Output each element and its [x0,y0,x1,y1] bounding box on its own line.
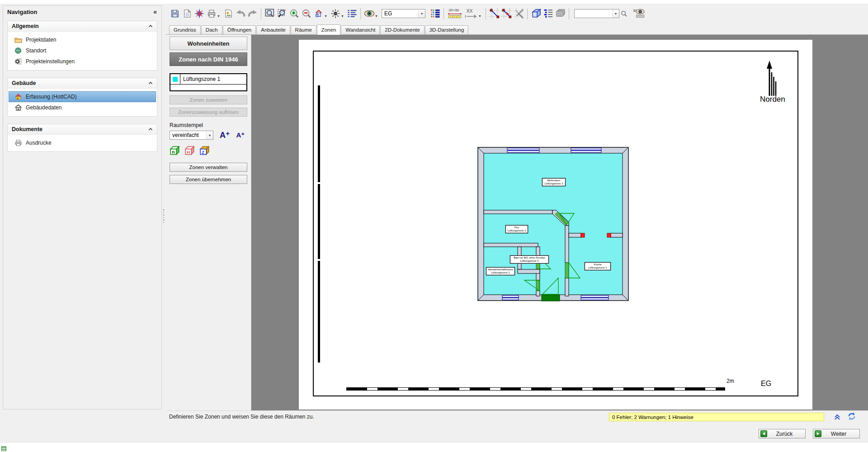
navigation-header: Navigation « [3,6,161,18]
north-label: Norden [760,95,785,104]
search-button[interactable] [619,8,628,20]
visibility-button[interactable] [363,8,375,20]
zonen-verwalten-button[interactable]: Zonen verwalten [170,163,247,172]
room-stamp-cube-button[interactable]: R [170,146,180,155]
tab-dach[interactable]: Dach [201,25,222,34]
print-button[interactable] [205,8,217,20]
dimension-2d3d-label: 2D+3D [448,8,459,12]
zone-list-empty-row[interactable] [170,85,246,90]
zone-list-item[interactable]: Lüftungszone 1 [170,74,246,85]
tab-grundriss[interactable]: Grundriss [169,25,201,34]
next-button-label: Weiter [821,431,859,437]
star-burst-button[interactable] [193,8,205,20]
font-larger-button[interactable]: A⁺ [220,130,230,140]
panel-splitter-handle[interactable] [162,209,165,226]
print-dropdown-icon[interactable]: ▼ [217,14,222,18]
sidebar-item-ausdrucke[interactable]: Ausdrucke [9,137,156,148]
nav-group-allgemein-header[interactable]: Allgemein [8,21,157,32]
tab-anbauteile[interactable]: Anbauteile [256,25,290,34]
zonen-zuweisen-button[interactable]: Zonen zuweisen [170,95,247,104]
sidebar-item-erfassung-hottcad[interactable]: Erfassung (HottCAD) [9,91,156,102]
height-stamp-cube-button[interactable]: H [184,146,195,155]
save-button[interactable] [169,8,181,20]
nav-group-gebaeude-header[interactable]: Gebäude [8,78,157,89]
brightness-dropdown-icon[interactable]: ▼ [341,14,345,18]
snap-line-button[interactable] [488,8,500,20]
snap-off-icon [514,8,524,19]
expand-messages-icon[interactable] [833,413,841,420]
zonenzuweisung-aufloesen-button[interactable]: Zonenzuweisung auflösen [170,108,247,117]
snap-off-button[interactable] [513,8,525,20]
zoom-out-button[interactable] [300,8,312,20]
floor-plan[interactable] [477,146,630,301]
tab-raeume[interactable]: Räume [291,25,316,34]
coordinates-dropdown-icon[interactable]: ▼ [478,14,483,18]
coordinates-button[interactable]: XX [463,8,479,20]
message-summary-bar[interactable]: 0 Fehler; 2 Warnungen; 1 Hinweise [609,413,824,421]
zoom-in-icon [289,9,299,19]
report-page-icon [183,9,192,18]
tab-2d-dokumente[interactable]: 2D-Dokumente [380,25,424,34]
drawing-canvas[interactable]: Wohnraum Lüftungszone 1 Flur Lüftungszon… [251,35,868,414]
nav-group-dokumente-header[interactable]: Dokumente [8,124,157,135]
floor-select-value: EG [382,10,418,17]
room-zone: Lüftungszone 1 [586,266,609,269]
layers-stack-button[interactable] [554,8,566,20]
stereo-3d-button[interactable]: 3D [631,8,646,20]
cube-h-label: H [187,150,190,155]
sidebar-item-label: Projektdaten [26,37,56,43]
redo-button[interactable] [246,8,259,20]
snapshot-button[interactable] [222,8,234,20]
navigation-panel: Navigation « Allgemein Projektdaten Stan… [3,5,162,410]
font-smaller-button[interactable]: A⁺ [236,131,245,139]
visibility-dropdown-icon[interactable]: ▼ [375,14,379,18]
sidebar-item-gebaeudedaten[interactable]: Gebäudedaten [9,102,156,113]
floor-select[interactable]: EG ▼ [382,9,425,18]
hint-text: Definieren Sie Zonen und weisen Sie dies… [169,414,314,420]
tab-3d-darstellung[interactable]: 3D-Darstellung [425,25,469,34]
nav-group-title: Allgemein [12,23,39,29]
undo-icon [235,9,246,19]
search-input[interactable]: ▼ [574,9,619,18]
tab-wandansicht[interactable]: Wandansicht [341,25,380,34]
chevron-down-icon[interactable]: ▼ [418,9,425,18]
sidebar-item-projekteinstellungen[interactable]: Projekteinstellungen [9,56,156,67]
undo-button[interactable] [234,8,246,20]
chevron-down-icon[interactable]: ▼ [206,131,213,139]
sidebar-item-projektdaten[interactable]: Projektdaten [9,34,156,45]
zoom-in-button[interactable] [288,8,300,20]
chevron-down-icon[interactable]: ▼ [612,9,619,18]
zone-name: Lüftungszone 1 [180,76,220,82]
refresh-icon[interactable] [847,412,856,421]
coordinates-xx-icon: XX [464,8,478,19]
collapse-panel-icon[interactable]: « [153,8,157,15]
weiter-button[interactable]: Weiter [813,429,860,438]
zonen-din-button[interactable]: Zonen nach DIN 1946 [170,52,247,66]
sidebar-item-label: Ausdrucke [26,140,52,146]
levels-list-button[interactable] [542,8,554,20]
legend-colors-button[interactable] [429,8,441,20]
zone-stamp-cube-button[interactable]: Z [199,146,210,155]
chevron-up-icon [148,24,153,28]
home-view-button[interactable] [312,8,325,20]
display-options-button[interactable] [346,8,358,20]
raumstempel-select[interactable]: vereinfacht ▼ [170,131,213,140]
wohneinheiten-button[interactable]: Wohneinheiten [170,37,247,50]
tab-oeffnungen[interactable]: Öffnungen [223,25,256,34]
home-view-dropdown-icon[interactable]: ▼ [324,14,329,18]
zurueck-button[interactable]: Zurück [759,429,806,438]
zonen-uebernehmen-button[interactable]: Zonen übernehmen [170,175,247,184]
wall-end-marker [607,233,611,237]
sidebar-item-standort[interactable]: Standort [9,45,156,56]
cad-house-icon [14,93,22,100]
dimension-2d3d-button[interactable]: 2D+3D [446,8,463,20]
room-zone: Lüftungszone 1 [543,182,564,185]
view-3d-button[interactable] [530,8,542,20]
report-button[interactable] [181,8,193,20]
zoom-window-button[interactable] [264,8,276,20]
zoom-selection-button[interactable] [276,8,288,20]
room-stamp-wohnraum: Wohnraum Lüftungszone 1 [542,178,566,186]
tab-zonen[interactable]: Zonen [317,24,341,35]
snap-line-angle-button[interactable] [500,8,513,20]
brightness-button[interactable] [329,8,341,20]
